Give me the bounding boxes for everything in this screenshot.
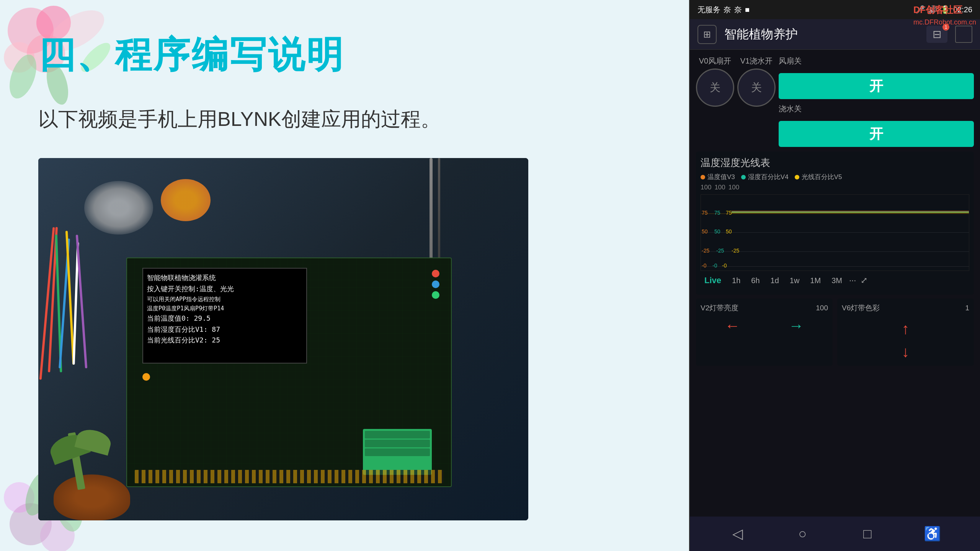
nav-accessibility-button[interactable]: ♿ — [921, 522, 944, 545]
volume-icon: ■ — [745, 5, 750, 14]
v6-label: V6灯带色彩 — [842, 303, 880, 313]
phone-panel: 无服务 奈 奈 ■ 🎤 🔊 🔋 02:26 ⊞ 智能植物养护 ⊟ 1 — [689, 0, 980, 551]
up-arrow-icon: ↑ — [902, 320, 910, 337]
notification-button[interactable]: ⊟ 1 — [926, 26, 947, 43]
legend-humidity: 湿度百分比V4 — [741, 173, 789, 181]
left-panel: 四、程序编写说明 以下视频是手机上用BLYNK创建应用的过程。 — [0, 0, 689, 551]
data-icon: 奈 — [734, 5, 742, 15]
time-btn-1d[interactable]: 1d — [767, 275, 783, 287]
right-arrow-button[interactable]: → — [785, 316, 808, 335]
nav-bar: ◁ ○ □ ♿ — [690, 517, 980, 551]
water-on-button[interactable]: 开 — [779, 121, 974, 147]
fan-on-button[interactable]: 开 — [779, 73, 974, 99]
left-arrow-icon: ← — [725, 317, 740, 334]
down-arrow-icon: ↓ — [902, 343, 910, 360]
grid-line-25: -25 -25 -25 — [701, 251, 969, 252]
v0-label: V0风扇开 — [699, 56, 731, 66]
dir-row-1: ← → — [701, 316, 828, 335]
chart-val-3: 100 — [728, 184, 739, 191]
time-btn-1h[interactable]: 1h — [728, 275, 744, 287]
chart-val-1: 100 — [701, 184, 711, 191]
action-buttons: 风扇关 开 浇水关 开 — [779, 56, 974, 147]
grid-line-0: -0 -0 -0 — [701, 266, 969, 267]
chart-val-2: 100 — [714, 184, 725, 191]
legend-dot-temp — [701, 175, 705, 179]
menu-icon[interactable]: ⊞ — [697, 25, 717, 44]
water-off-group: V1浇水开 关 — [737, 56, 776, 107]
water-label: 浇水关 — [779, 104, 802, 114]
chart-legend: 温度值V3 湿度百分比V4 光线百分比V5 — [701, 173, 969, 181]
up-arrow-button[interactable]: ↑ — [894, 319, 917, 338]
v2-label-row: V2灯带亮度 100 — [701, 303, 828, 313]
more-button[interactable]: ··· — [849, 276, 856, 285]
legend-light: 光线百分比V5 — [795, 173, 842, 181]
time-btn-1m[interactable]: 1M — [806, 275, 825, 287]
recents-icon: □ — [863, 526, 872, 542]
subtitle-text: 以下视频是手机上用BLYNK创建应用的过程。 — [38, 103, 651, 135]
chart-area: 75 75 75 50 50 50 -25 -25 -25 — [701, 194, 969, 271]
light-line — [732, 212, 969, 213]
page-title: 四、程序编写说明 — [38, 31, 651, 80]
legend-humidity-label: 湿度百分比V4 — [748, 173, 789, 181]
back-icon: ◁ — [732, 526, 743, 542]
app-title: 智能植物养护 — [724, 26, 919, 43]
nav-recents-button[interactable]: □ — [856, 522, 879, 545]
time-buttons: Live 1h 6h 1d 1w 1M 3M ··· ⤢ — [701, 271, 969, 290]
hardware-image: 智能物联植物浇灌系统 按入键开关控制:温度、光光 可以用关闭APP指令远程控制 … — [38, 158, 528, 520]
chart-section: 温度湿度光线表 温度值V3 湿度百分比V4 光线百分比V5 — [696, 152, 974, 295]
status-signal: 无服务 — [697, 5, 720, 15]
down-arrow-button[interactable]: ↓ — [894, 342, 917, 361]
legend-temp-label: 温度值V3 — [707, 173, 735, 181]
v6-color-pad: V6灯带色彩 1 ↑ ↓ — [837, 298, 974, 366]
water-off-button[interactable]: 关 — [737, 68, 776, 107]
time-btn-live[interactable]: Live — [701, 274, 725, 287]
legend-temp: 温度值V3 — [701, 173, 735, 181]
v1-label: V1浇水开 — [740, 56, 773, 66]
expand-icon[interactable]: ⤢ — [861, 276, 867, 285]
water-off-text: 关 — [751, 80, 762, 95]
v6-value: 1 — [965, 304, 969, 312]
nav-back-button[interactable]: ◁ — [726, 522, 749, 545]
time-btn-6h[interactable]: 6h — [747, 275, 763, 287]
v6-label-row: V6灯带色彩 1 — [842, 303, 969, 313]
left-arrow-button[interactable]: ← — [721, 316, 744, 335]
time-btn-3m[interactable]: 3M — [828, 275, 846, 287]
control-row-1: V0风扇开 关 V1浇水开 关 风扇关 开 — [696, 56, 974, 147]
v2-label: V2灯带亮度 — [701, 303, 738, 313]
expand-button[interactable] — [955, 26, 972, 43]
bottom-controls: V2灯带亮度 100 ← → V6灯带色彩 — [696, 298, 974, 366]
fan-off-button[interactable]: 关 — [696, 68, 734, 107]
status-left: 无服务 奈 奈 ■ — [697, 5, 750, 15]
nav-home-button[interactable]: ○ — [791, 522, 814, 545]
wifi-icon: 奈 — [724, 5, 731, 15]
down-arrow-row: ↓ — [842, 338, 969, 361]
monitor-icon: ⊟ — [933, 28, 941, 41]
home-icon: ○ — [798, 526, 807, 542]
legend-light-label: 光线百分比V5 — [802, 173, 842, 181]
time-btn-1w[interactable]: 1w — [786, 275, 804, 287]
dfrobot-logo: DF创客社区 mc.DFRobot.com.cn — [913, 4, 976, 27]
accessibility-icon: ♿ — [924, 526, 941, 542]
fan-off-group: V0风扇开 关 — [696, 56, 734, 107]
fan-off-text: 关 — [710, 80, 720, 95]
right-arrow-icon: → — [789, 317, 804, 334]
grid-line-50: 50 50 50 — [701, 232, 969, 233]
v2-value: 100 — [816, 304, 828, 312]
grid-line-75: 75 75 75 — [701, 214, 969, 214]
v2-brightness-pad: V2灯带亮度 100 ← → — [696, 298, 833, 366]
app-body: V0风扇开 关 V1浇水开 关 风扇关 开 — [690, 50, 980, 517]
legend-dot-humidity — [741, 175, 746, 179]
chart-values: 100 100 100 — [701, 184, 969, 191]
legend-dot-light — [795, 175, 799, 179]
chart-title: 温度湿度光线表 — [701, 156, 969, 170]
fan-label: 风扇关 — [779, 56, 802, 66]
up-arrow-row: ↑ — [842, 316, 969, 338]
